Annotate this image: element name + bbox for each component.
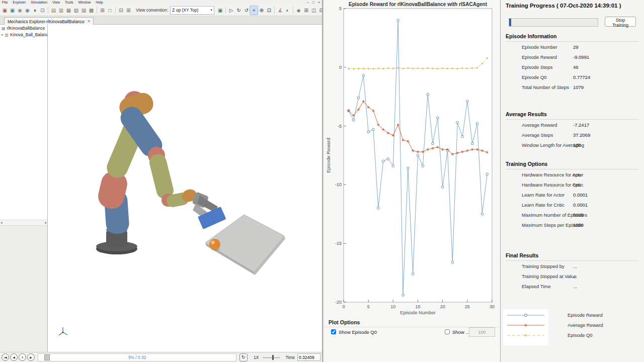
marker-icon[interactable]: ♦	[31, 6, 39, 15]
time-input[interactable]	[297, 353, 320, 361]
info-value: ...	[573, 274, 577, 279]
measure-icon[interactable]: ∡	[276, 6, 284, 15]
tab-bar: Mechanics Explorer-rlKinovaBallBalance ×	[0, 16, 322, 25]
layout-grid-icon[interactable]: ⊞	[302, 6, 310, 15]
mechanics-explorer-window: File Explorer Simulation View Tools Wind…	[0, 0, 323, 362]
info-value: 46	[573, 64, 579, 70]
scroll-left-icon[interactable]: ◂	[1, 221, 3, 225]
info-label: Average Steps	[522, 132, 553, 138]
orbit-icon[interactable]: ↻	[235, 6, 243, 15]
section-header: Episode Information	[506, 33, 639, 42]
pointer-icon[interactable]: ▷	[227, 6, 235, 15]
tree-item-rlkinovaballbalance[interactable]: ▦ rlKinovaBallBalance	[0, 25, 47, 31]
info-value: ...	[573, 284, 577, 289]
view-back-icon[interactable]: ▧	[72, 6, 80, 15]
video-export-icon[interactable]: ▣	[9, 6, 16, 15]
region-select-icon[interactable]: ⊡	[39, 6, 46, 15]
scroll-right-icon[interactable]: ▸	[45, 221, 47, 225]
info-row: Maximum Number of Episodes5000	[501, 210, 644, 220]
section-header: Average Results	[506, 111, 639, 120]
snapshot-icon[interactable]: ▣	[216, 6, 224, 15]
tab-close-icon[interactable]: ×	[88, 19, 90, 24]
tree-item-label: rlKinovaBallBalance	[7, 26, 45, 31]
tab-mechanics-explorer[interactable]: Mechanics Explorer-rlKinovaBallBalance ×	[4, 17, 94, 25]
view-copy-icon[interactable]: ▤	[50, 6, 57, 15]
pan-icon[interactable]: +	[250, 6, 258, 15]
globe-icon[interactable]: ◐	[284, 6, 291, 15]
menu-simulation[interactable]: Simulation	[31, 1, 47, 5]
info-label: Learn Rate for Critic	[522, 202, 565, 208]
tile-panes-icon[interactable]: ⊞	[99, 6, 106, 15]
view-right-icon[interactable]: ▩	[88, 6, 95, 15]
svg-text:30: 30	[490, 304, 495, 309]
section-header: Final Results	[506, 252, 639, 261]
playback-progress-bar[interactable]: 3% / 0.32	[38, 353, 236, 361]
step-forward-button[interactable]: ▶	[27, 353, 35, 361]
info-value: 37.2069	[573, 132, 590, 138]
sphere-settings-icon[interactable]: ◉	[24, 6, 31, 15]
model-icon: ▦	[2, 26, 6, 31]
view-paste-icon[interactable]: ▥	[57, 6, 65, 15]
sphere-icon[interactable]: ◉	[16, 6, 24, 15]
legend-sample-episode-q0	[507, 334, 544, 336]
info-row: Average Reward-7.2417	[501, 120, 644, 130]
view-left-icon[interactable]: ▨	[80, 6, 88, 15]
menu-window[interactable]: Window	[78, 1, 91, 5]
video-record-icon[interactable]: ▣	[1, 6, 9, 15]
view-convention-select[interactable]: Z up (XY Top) ▾	[170, 6, 214, 15]
training-progress-fill	[509, 19, 511, 26]
close-icon[interactable]: ×	[318, 1, 320, 5]
show-more-label: Show ...	[452, 329, 469, 335]
tree-horizontal-scrollbar[interactable]: ◂ ▸	[0, 220, 47, 226]
zoom-icon[interactable]: ⊕	[258, 6, 265, 15]
view-front-icon[interactable]: ▦	[65, 6, 72, 15]
step-back-button[interactable]: ◀	[10, 353, 18, 361]
minimize-icon[interactable]: –	[307, 1, 309, 5]
view-convention-value: Z up (XY Top)	[172, 8, 198, 13]
svg-text:0: 0	[339, 65, 342, 70]
legend-label: Average Reward	[568, 320, 603, 330]
zoom-region-icon[interactable]: ⊡	[265, 6, 273, 15]
info-label: Training Stopped by	[522, 263, 565, 269]
time-label: Time	[285, 355, 295, 360]
loop-button[interactable]: ↻	[239, 353, 248, 361]
tab-title: Mechanics Explorer-rlKinovaBallBalance	[8, 19, 85, 24]
maximize-icon[interactable]: □	[312, 1, 314, 5]
viewport-3d[interactable]	[48, 25, 322, 352]
menu-bar: File Explorer Simulation View Tools Wind…	[0, 0, 322, 5]
toolbar-separator	[97, 7, 97, 14]
info-value: -9.0991	[573, 54, 589, 60]
pane-forward-icon[interactable]: ⊞	[125, 6, 132, 15]
playback-progress-text: 3% / 0.32	[38, 354, 236, 361]
speed-slider-handle[interactable]	[272, 355, 274, 360]
go-to-start-button[interactable]: |◀	[2, 353, 9, 361]
robot-arm	[96, 90, 198, 254]
info-row: Episode Q00.77724	[501, 72, 644, 82]
menu-explorer[interactable]: Explorer	[13, 1, 26, 5]
expand-caret-icon[interactable]: ▸	[2, 33, 4, 37]
menu-view[interactable]: View	[52, 1, 60, 5]
info-label: Training Stopped at Value	[522, 274, 577, 279]
pane-back-icon[interactable]: ⊟	[117, 6, 125, 15]
info-row: Learn Rate for Actor0.0001	[501, 190, 644, 200]
menu-file[interactable]: File	[2, 1, 8, 5]
training-progress-title: Training Progress ( 07-Oct-2020 14:39:01…	[501, 0, 644, 9]
stop-training-button[interactable]: Stop Training	[605, 17, 636, 27]
svg-text:25: 25	[465, 304, 470, 309]
episode-window-input[interactable]	[469, 327, 495, 337]
show-episode-q0-checkbox[interactable]	[331, 329, 336, 334]
section-header: Training Options	[506, 161, 639, 169]
pause-button[interactable]: Ⅱ	[19, 353, 26, 361]
speed-slider[interactable]	[263, 354, 280, 360]
visibility-icon[interactable]: ◆	[295, 6, 302, 15]
menu-help[interactable]: Help	[96, 1, 103, 5]
info-value: cpu	[573, 182, 581, 188]
layout-columns-icon[interactable]: ◫	[310, 6, 317, 15]
show-more-checkbox[interactable]	[445, 329, 450, 334]
info-row: Hardware Resource for Actorcpu	[501, 169, 644, 179]
roll-icon[interactable]: ↺	[243, 6, 250, 15]
single-pane-icon[interactable]: □	[106, 6, 114, 15]
tree-item-kinova-ball-balance[interactable]: ▸ ▥ Kinova_Ball_Balance	[0, 31, 47, 38]
menu-tools[interactable]: Tools	[65, 1, 73, 5]
info-value: 5000	[573, 212, 584, 218]
